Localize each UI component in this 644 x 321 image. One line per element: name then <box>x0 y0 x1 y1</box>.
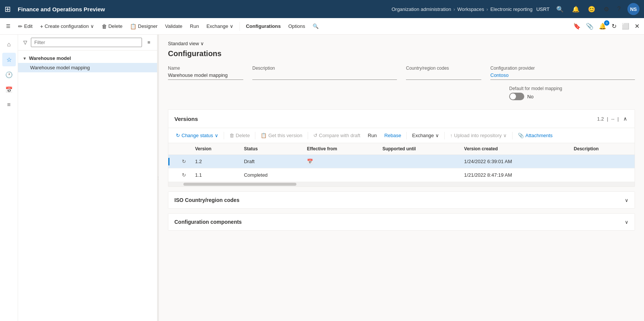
expand-icon: ▼ <box>23 56 27 61</box>
iso-section-header[interactable]: ISO Country/region codes ∨ <box>168 192 635 208</box>
cmd-separator <box>240 22 240 31</box>
refresh-icon[interactable]: ↻ <box>610 21 618 31</box>
edit-button[interactable]: ✏ Edit <box>15 22 35 31</box>
default-mapping-toggle[interactable] <box>509 93 524 100</box>
nav-star-icon[interactable]: ☆ <box>2 53 16 66</box>
smiley-icon[interactable]: 😊 <box>586 4 597 14</box>
config-provider-field: Configuration provider Contoso <box>490 66 635 80</box>
create-config-button[interactable]: + Create configuration ∨ <box>37 22 97 31</box>
sidebar-item-warehouse-model-mapping[interactable]: Warehouse model mapping <box>18 63 157 72</box>
sidebar-toolbar: ▽ ≡ <box>18 35 157 50</box>
cmd-search-icon: 🔍 <box>313 23 319 29</box>
ver-run-button[interactable]: Run <box>365 131 380 140</box>
config-provider-value[interactable]: Contoso <box>490 72 635 80</box>
filter-input[interactable] <box>31 38 142 47</box>
search-icon[interactable]: 🔍 <box>555 4 565 14</box>
left-nav: ⌂ ☆ 🕐 📅 ≡ <box>0 35 18 321</box>
top-icons: USRT 🔍 🔔 😊 ⚙ ? NS <box>536 3 639 15</box>
version-dash: | <box>607 116 608 122</box>
sidebar-filter-icon[interactable]: ▽ <box>22 38 29 47</box>
name-value: Warehouse model mapping <box>168 72 243 80</box>
office-icon[interactable]: 📎 <box>584 21 595 31</box>
row-version-created: 1/21/2022 8:47:19 AM <box>459 168 569 182</box>
sidebar: ▽ ≡ ▼ Warehouse model Warehouse model ma… <box>18 35 157 321</box>
attachments-button[interactable]: 📎 Attachments <box>515 131 555 140</box>
config-components-title: Configuration components <box>174 219 242 225</box>
validate-button[interactable]: Validate <box>162 22 185 31</box>
config-components-header[interactable]: Configuration components ∨ <box>168 214 635 230</box>
breadcrumb-er[interactable]: Electronic reporting <box>490 6 533 12</box>
nav-home-icon[interactable]: ⌂ <box>2 38 16 51</box>
col-created-header[interactable]: Version created <box>459 143 569 155</box>
row-status: Draft <box>240 155 302 168</box>
versions-section: Versions 1.2 | -- | ∧ ↻ Change status ∨ <box>168 109 635 187</box>
row-status: Completed <box>240 168 302 182</box>
bell-icon[interactable]: 🔔 <box>571 4 581 14</box>
delete-icon: 🗑 <box>102 23 107 29</box>
options-button[interactable]: Options <box>285 22 308 31</box>
content-inner: Standard view ∨ Configurations Name Ware… <box>159 35 644 241</box>
ver-separator-2 <box>255 132 255 139</box>
row-supported-until <box>378 168 459 182</box>
ver-separator-4 <box>406 132 407 139</box>
exchange-button[interactable]: Exchange ∨ <box>203 22 237 31</box>
breadcrumb-workspaces[interactable]: Workspaces <box>457 6 484 12</box>
create-config-dropdown-icon: ∨ <box>90 23 94 29</box>
avatar[interactable]: NS <box>627 3 639 15</box>
col-version-header[interactable]: Version <box>191 143 240 155</box>
col-effective-header[interactable]: Effective from <box>302 143 378 155</box>
row-version: 1.1 <box>191 168 240 182</box>
compare-with-draft-button[interactable]: ↺ Compare with draft <box>310 131 363 140</box>
ver-separator-5 <box>444 132 445 139</box>
ver-exchange-button[interactable]: Exchange ∨ <box>409 131 442 140</box>
breadcrumb: Organization administration › Workspaces… <box>392 6 533 12</box>
run-button[interactable]: Run <box>187 22 202 31</box>
get-this-version-button[interactable]: 📋 Get this version <box>258 131 305 140</box>
country-region-label: Country/region codes <box>406 66 481 71</box>
upload-repo-button[interactable]: ↑ Upload into repository ∨ <box>447 131 510 140</box>
versions-toolbar: ↻ Change status ∨ 🗑 Delete 📋 Get this ve… <box>168 128 635 143</box>
table-row[interactable]: ↻1.1Completed1/21/2022 8:47:19 AM <box>168 168 635 182</box>
command-bar: ☰ ✏ Edit + Create configuration ∨ 🗑 Dele… <box>0 18 644 35</box>
breadcrumb-org[interactable]: Organization administration <box>392 6 451 12</box>
versions-collapse-icon[interactable]: ∧ <box>622 114 629 123</box>
sidebar-list-icon[interactable]: ≡ <box>144 38 153 47</box>
horizontal-scrollbar[interactable] <box>168 182 635 186</box>
gear-icon[interactable]: ⚙ <box>602 4 610 14</box>
nav-list-icon[interactable]: ≡ <box>2 98 16 112</box>
rebase-button[interactable]: Rebase <box>381 131 404 140</box>
row-version: 1.2 <box>191 155 240 168</box>
cmd-search-button[interactable]: 🔍 <box>310 22 322 31</box>
table-row[interactable]: ↻1.2Draft📅1/24/2022 6:39:01 AM <box>168 155 635 168</box>
close-icon[interactable]: ✕ <box>633 21 641 31</box>
toggle-row: No <box>509 93 635 100</box>
col-description-header[interactable]: Description <box>569 143 635 155</box>
description-value <box>252 72 397 80</box>
row-indicator <box>168 155 177 168</box>
help-icon[interactable]: ? <box>616 4 622 14</box>
row-version-created: 1/24/2022 6:39:01 AM <box>459 155 569 168</box>
bookmark-icon[interactable]: 🔖 <box>572 21 582 31</box>
designer-button[interactable]: 📋 Designer <box>127 22 160 31</box>
change-status-button[interactable]: ↻ Change status ∨ <box>173 131 221 140</box>
versions-section-header: Versions 1.2 | -- | ∧ <box>168 110 635 128</box>
maximize-icon[interactable]: ⬜ <box>620 21 631 31</box>
nav-calendar-icon[interactable]: 📅 <box>2 83 16 96</box>
col-status-header[interactable]: Status <box>240 143 302 155</box>
delete-button[interactable]: 🗑 Delete <box>99 22 126 31</box>
ver-separator-3 <box>308 132 308 139</box>
ver-exchange-dropdown-icon: ∨ <box>435 133 439 138</box>
hamburger-button[interactable]: ☰ <box>3 22 14 31</box>
sidebar-item-warehouse-model[interactable]: ▼ Warehouse model <box>18 54 157 63</box>
main-layout: ⌂ ☆ 🕐 📅 ≡ ▽ ≡ ▼ Warehouse model Warehous… <box>0 35 644 321</box>
nav-recent-icon[interactable]: 🕐 <box>2 68 16 81</box>
configurations-button[interactable]: Configurations <box>243 22 284 31</box>
view-selector[interactable]: Standard view ∨ <box>168 41 635 46</box>
waffle-icon[interactable]: ⊞ <box>5 5 11 14</box>
default-mapping-field: Default for model mapping No <box>509 86 635 100</box>
notification-badge-icon[interactable]: 🔔 0 <box>597 21 608 31</box>
col-supported-header[interactable]: Supported until <box>378 143 459 155</box>
calendar-icon[interactable]: 📅 <box>307 159 313 164</box>
iso-section: ISO Country/region codes ∨ <box>168 191 635 209</box>
ver-delete-button[interactable]: 🗑 Delete <box>226 131 253 140</box>
